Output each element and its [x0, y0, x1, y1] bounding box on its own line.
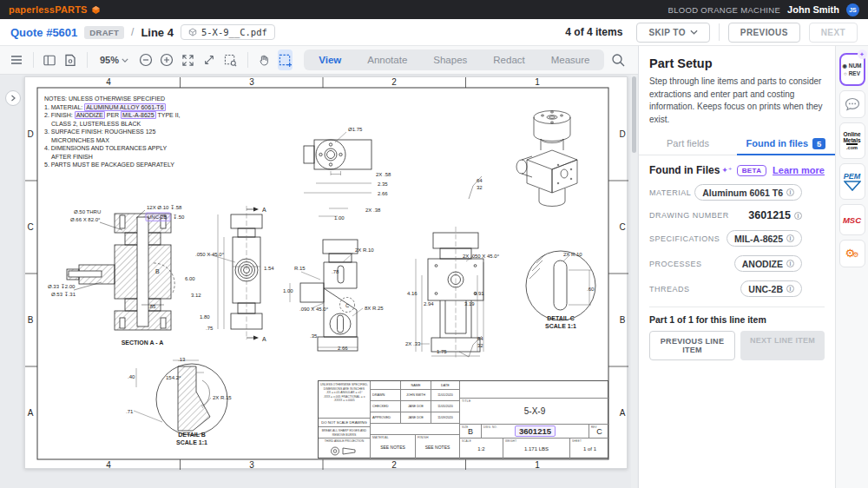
tab-annotate[interactable]: Annotate: [354, 51, 420, 69]
pem-logo: PEM: [844, 173, 861, 181]
avatar[interactable]: JS: [846, 3, 859, 16]
rev-label: REV: [849, 70, 860, 76]
info-icon[interactable]: [786, 260, 794, 267]
dimension-label: 1: [535, 77, 540, 87]
dimension-label: Ø.53 ↧.31: [51, 292, 76, 297]
marquee-zoom-icon[interactable]: [223, 49, 239, 70]
user-name: John Smith: [787, 4, 839, 15]
status-badge: DRAFT: [84, 26, 124, 39]
info-icon[interactable]: [794, 212, 802, 220]
document-canvas[interactable]: 43214321DCBADCBAØ1.752X .582.352.662X .3…: [0, 75, 638, 488]
specifications-chip[interactable]: MIL-A-8625: [727, 230, 802, 247]
dimension-label: 2X R.10: [563, 252, 582, 257]
zoom-in-icon[interactable]: [160, 49, 175, 70]
tab-view[interactable]: View: [306, 51, 354, 69]
file-chip[interactable]: 5-X-9__C.pdf: [181, 24, 275, 40]
thumbnails-panel-icon[interactable]: [42, 49, 57, 70]
tb-cell: 11/09/2020: [431, 412, 460, 424]
title-cell: TITLE 5-X-9: [460, 399, 609, 425]
marquee-select-icon[interactable]: [278, 49, 293, 70]
msc-card[interactable]: MSC: [839, 204, 865, 235]
tab-redact[interactable]: Redact: [480, 51, 537, 69]
note-line: 5. PARTS MUST BE PACKAGED SEPARATELY: [44, 161, 257, 169]
line-label: Line 4: [141, 26, 174, 39]
field-row-processes: PROCESSES ANODIZE: [649, 251, 825, 276]
zoom-out-icon[interactable]: [138, 49, 154, 70]
projection-cell: THIRD ANGLE PROJECTION: [319, 439, 371, 459]
pem-card[interactable]: PEM: [839, 163, 865, 200]
num-rev-toggle-card[interactable]: ✦ ◉NUM ○REV: [839, 53, 865, 86]
expand-panel-chevron[interactable]: [5, 90, 21, 106]
cube-logo-icon: [91, 5, 101, 15]
msc-logo: MSC: [843, 215, 861, 225]
num-option[interactable]: ◉NUM: [842, 63, 861, 69]
chevron-right-icon: [10, 95, 16, 102]
do-not-scale-cell: DO NOT SCALE DRAWING: [319, 419, 371, 427]
file-name: 5-X-9__C.pdf: [201, 27, 267, 37]
section-title: Found in Files: [649, 164, 720, 176]
diagonal-resize-icon[interactable]: [202, 49, 218, 70]
search-icon[interactable]: [611, 49, 627, 70]
tab-found-in-files-label: Found in files: [746, 138, 809, 148]
dimension-label: SCALE 1:1: [176, 439, 207, 445]
field-row-threads: THREADS UNC-2B: [649, 276, 825, 301]
brand-logo[interactable]: paperlessPARTS: [9, 4, 101, 15]
dimension-label: .40: [128, 374, 135, 379]
note-line: NOTES: UNLESS OTHERWISE SPECIFIED: [44, 95, 257, 103]
sparkle-badge-icon: ✦: [858, 49, 867, 59]
dimension-label: 2X .58: [376, 172, 391, 177]
comments-card[interactable]: [839, 90, 865, 118]
dimension-label: 4: [106, 77, 111, 87]
tb-cell: CHECKED: [371, 401, 401, 412]
third-angle-projection-symbol: [329, 445, 360, 457]
panel-title: Part Setup: [649, 56, 825, 70]
sparkle-icon: ✦⁺: [721, 166, 732, 175]
dimension-label: C: [27, 222, 33, 232]
pan-hand-icon[interactable]: [256, 49, 272, 70]
quote-link[interactable]: Quote #5601: [10, 26, 77, 39]
threads-chip[interactable]: UNC-2B: [740, 280, 802, 297]
tab-shapes[interactable]: Shapes: [420, 51, 480, 69]
extraction-highlight[interactable]: ANODIZE: [75, 111, 105, 119]
document-info-icon[interactable]: [63, 49, 79, 70]
previous-line-item-button[interactable]: PREVIOUS LINE ITEM: [649, 331, 735, 360]
tab-measure[interactable]: Measure: [538, 51, 603, 69]
rev-cell: REV C: [589, 425, 609, 439]
tab-part-fields[interactable]: Part fields: [639, 133, 737, 155]
scrollbar-thumb[interactable]: [632, 76, 636, 153]
zoom-level-control[interactable]: 95%: [96, 55, 132, 65]
info-icon[interactable]: [786, 285, 794, 293]
dimension-label: SECTION A - A: [122, 340, 164, 346]
chevron-down-icon: [122, 58, 128, 63]
info-icon[interactable]: [786, 188, 794, 196]
processes-chip[interactable]: ANODIZE: [734, 255, 802, 272]
extraction-highlight-dwg-no[interactable]: 3601215: [515, 425, 556, 437]
next-line-item-button[interactable]: NEXT LINE ITEM: [740, 331, 825, 360]
material-chip[interactable]: Aluminum 6061 T6: [694, 184, 802, 201]
dimension-label: Ø.33 ↧2.00: [48, 284, 76, 289]
field-label: THREADS: [649, 285, 690, 293]
tb-cell: DRAWN: [371, 390, 401, 401]
online-metals-card[interactable]: Online Metals .com: [839, 122, 865, 159]
extraction-highlight[interactable]: ALUMINUM ALLOY 6061-T6: [84, 103, 165, 111]
field-label: MATERIAL: [649, 188, 691, 197]
brand-name: paperlessPARTS: [9, 4, 88, 15]
settings-card[interactable]: ⚙⚙: [839, 240, 865, 267]
dimension-label: C: [619, 222, 625, 232]
panel-tabs: Part fields Found in files5: [639, 133, 835, 155]
vertical-scrollbar[interactable]: [631, 75, 637, 488]
skip-to-button[interactable]: SKIP TO: [636, 23, 709, 43]
rev-option[interactable]: ○REV: [844, 70, 860, 76]
previous-button[interactable]: PREVIOUS: [728, 23, 800, 43]
menu-icon[interactable]: [9, 49, 24, 70]
learn-more-link[interactable]: Learn more: [773, 165, 825, 175]
next-button[interactable]: NEXT: [809, 23, 858, 43]
dimension-label: A: [262, 336, 266, 342]
extraction-highlight[interactable]: MIL-A-8625: [121, 111, 156, 119]
tab-found-in-files[interactable]: Found in files5: [737, 133, 835, 155]
part-nav-text: Part 1 of 1 for this line item: [649, 314, 825, 325]
info-icon[interactable]: [786, 234, 794, 242]
fit-to-screen-icon[interactable]: [181, 49, 196, 70]
dimension-label: Ø.66 X 82.0°: [70, 217, 101, 222]
online-metals-label: Online: [843, 131, 860, 137]
